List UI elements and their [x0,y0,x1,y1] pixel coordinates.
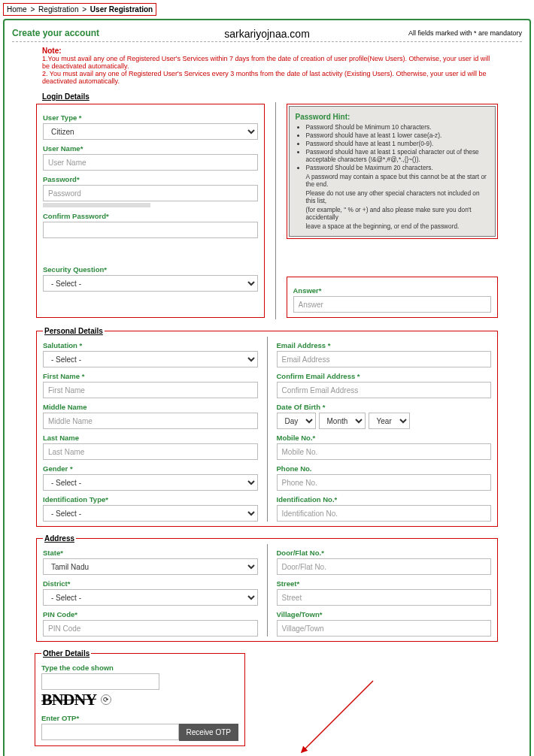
middlename-label: Middle Name [43,403,258,411]
note-line-2: 2. You must avail any one of Registered … [42,70,492,85]
hint-note: leave a space at the beginning, or end o… [306,222,490,230]
dob-month-select[interactable]: Month [319,413,366,429]
answer-label: Answer* [293,286,492,295]
personal-details-legend: Personal Details [43,327,105,335]
hint-title: Password Hint: [296,113,490,121]
district-select[interactable]: - Select - [43,589,258,606]
gender-select[interactable]: - Select - [43,474,258,491]
note-title: Note: [42,47,492,55]
usertype-label: User Type * [43,113,258,122]
phone-label: Phone No. [277,464,492,473]
usertype-select[interactable]: Citizen [43,123,258,140]
otp-input[interactable] [41,724,179,740]
receive-otp-button[interactable]: Receive OTP [179,724,238,741]
captcha-input[interactable] [41,673,159,690]
password-input[interactable] [43,185,258,201]
security-question-label: Security Question* [43,265,258,274]
address-box: Address State* Tamil Nadu District* - Se… [36,534,498,642]
door-label: Door/Flat No.* [277,549,492,557]
otp-label: Enter OTP* [41,714,238,722]
pin-label: PIN Code* [43,610,258,618]
salutation-label: Salutation * [43,341,258,349]
state-select[interactable]: Tamil Nadu [43,558,258,575]
state-label: State* [43,549,258,557]
hint-item: Password should have at least 1 number(0… [306,140,490,147]
address-legend: Address [43,534,76,543]
salutation-select[interactable]: - Select - [43,351,258,367]
login-left-box: User Type * Citizen User Name* Password*… [36,104,265,318]
crumb-registration[interactable]: Registration [38,5,78,14]
confirm-email-input[interactable] [277,382,492,398]
hint-item: Password Should be Minimum 10 characters… [306,123,490,131]
confirm-email-label: Confirm Email Address * [277,372,492,380]
breadcrumb: Home > Registration > User Registration [3,3,156,16]
hint-note: A password may contain a space but this … [306,173,490,188]
captcha-label: Type the code shown [41,664,238,672]
email-label: Email Address * [277,341,492,349]
captcha-image: BNDNY [41,690,96,709]
mobile-input[interactable] [277,443,492,460]
dob-day-select[interactable]: Day [277,413,316,429]
firstname-input[interactable] [43,382,258,398]
form-container: sarkariyojnaa.com Create your account Al… [3,19,531,756]
lastname-label: Last Name [43,434,258,442]
hint-note: Please do not use any other special char… [306,189,490,204]
password-strength-bar [43,203,150,207]
watermark: sarkariyojnaa.com [224,28,310,40]
mobile-label: Mobile No.* [277,434,492,442]
street-label: Street* [277,579,492,588]
answer-input[interactable] [293,296,492,313]
crumb-current: User Registration [90,5,153,14]
dob-label: Date Of Birth * [277,403,492,411]
password-hint-box: Password Hint: Password Should be Minimu… [289,106,496,237]
phone-input[interactable] [277,474,492,491]
idno-input[interactable] [277,505,492,522]
gender-label: Gender * [43,464,258,473]
note-line-1: 1.You must avail any one of Registered U… [42,55,492,70]
refresh-captcha-icon[interactable]: ⟳ [101,694,111,705]
idtype-label: Identification Type* [43,495,258,503]
password-label: Password* [43,175,258,183]
idno-label: Identification No.* [277,495,492,503]
other-details-legend: Other Details [41,649,91,658]
pin-input[interactable] [43,620,258,637]
annotation-arrow [290,673,381,756]
firstname-label: First Name * [43,372,258,380]
note-block: Note: 1.You must avail any one of Regist… [42,47,492,85]
hint-item: Password Should be Maximum 20 characters… [306,164,490,171]
email-input[interactable] [277,351,492,367]
district-label: District* [43,579,258,588]
username-input[interactable] [43,154,258,171]
login-details-title: Login Details [42,92,522,101]
street-input[interactable] [277,589,492,606]
personal-details-box: Personal Details Salutation * - Select -… [36,327,498,527]
hint-note: (for example, " % or +) and also please … [306,206,490,221]
page-title: Create your account [12,28,99,38]
idtype-select[interactable]: - Select - [43,505,258,522]
dob-year-select[interactable]: Year [369,413,410,429]
hint-item: Password should have at least 1 special … [306,148,490,163]
mandatory-note: All fields marked with * are mandatory [408,29,522,37]
village-input[interactable] [277,620,492,637]
lastname-input[interactable] [43,443,258,460]
username-label: User Name* [43,144,258,153]
village-label: Village/Town* [277,610,492,618]
login-right-col: Password Hint: Password Should be Minimu… [275,102,500,319]
crumb-home[interactable]: Home [7,5,27,14]
hint-item: Password should have at least 1 lower ca… [306,132,490,139]
door-input[interactable] [277,558,492,575]
middlename-input[interactable] [43,413,258,429]
security-question-select[interactable]: - Select - [43,275,258,292]
confirm-password-label: Confirm Password* [43,212,258,220]
confirm-password-input[interactable] [43,222,258,238]
other-details-box: Other Details Type the code shown BNDNY … [35,649,245,746]
svg-line-0 [302,681,373,752]
